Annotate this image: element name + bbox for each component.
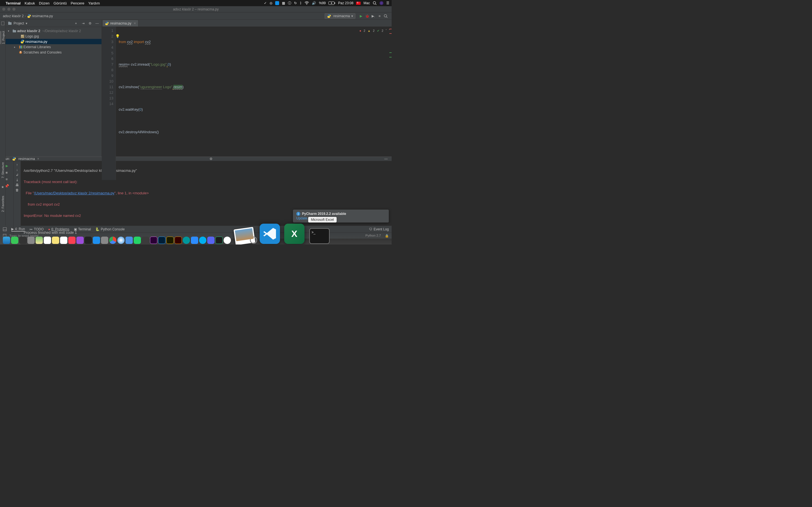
inspection-summary[interactable]: ●2 ▲2 ✔2 ˆˇ bbox=[359, 28, 390, 34]
bookmark-icon[interactable] bbox=[1, 21, 5, 25]
dock-preview-photo[interactable] bbox=[234, 227, 255, 244]
wifi-icon[interactable] bbox=[305, 1, 309, 5]
scroll-to-end-icon[interactable]: ⤓ bbox=[16, 178, 18, 182]
dock-intellij[interactable] bbox=[142, 237, 149, 244]
run-button[interactable]: ▶ bbox=[359, 14, 363, 18]
menu-pencere[interactable]: Pencere bbox=[71, 1, 84, 5]
timemachine-icon[interactable]: ↻ bbox=[294, 1, 297, 5]
chevron-right-icon[interactable]: ▸ bbox=[14, 46, 17, 48]
toolwindow-favorites[interactable]: 2: Favorites bbox=[1, 196, 4, 212]
run-tab-name[interactable]: resimacma bbox=[18, 157, 35, 161]
menu-duzen[interactable]: Düzen bbox=[39, 1, 50, 5]
dock-premiere[interactable] bbox=[150, 237, 157, 244]
dock-podcasts[interactable] bbox=[77, 237, 84, 244]
tree-file-logo[interactable]: Logo.jpg bbox=[6, 34, 101, 39]
chevron-down-icon[interactable]: ▾ bbox=[8, 30, 11, 33]
project-tree[interactable]: ▾ adsız klasör 2 ~/Desktop/adsız klasör … bbox=[6, 27, 101, 56]
breadcrumb-root[interactable]: adsız klasör 2 bbox=[3, 14, 24, 18]
volume-icon[interactable]: 🔊 bbox=[312, 1, 316, 5]
dock-messages[interactable] bbox=[11, 237, 18, 244]
input-source-flag-icon[interactable] bbox=[356, 2, 361, 5]
dock-safari[interactable] bbox=[117, 237, 124, 244]
intention-bulb-icon[interactable]: 💡 bbox=[115, 34, 120, 39]
dock-discord[interactable] bbox=[207, 237, 214, 244]
tree-root[interactable]: ▾ adsız klasör 2 ~/Desktop/adsız klasör … bbox=[6, 28, 101, 34]
close-run-tab-icon[interactable]: × bbox=[37, 157, 39, 161]
checkmark-icon[interactable]: ✓ bbox=[264, 1, 267, 5]
bottom-terminal-tab[interactable]: ▣ Terminal bbox=[74, 227, 91, 231]
error-stripe[interactable] bbox=[389, 27, 392, 157]
dock-systemprefs[interactable] bbox=[28, 237, 35, 244]
print-icon[interactable]: 🖶 bbox=[15, 183, 19, 187]
chevron-up-icon[interactable]: ˆ bbox=[386, 28, 387, 34]
editor-tab-resimacma[interactable]: resimacma.py × bbox=[102, 20, 139, 26]
clear-icon[interactable]: 🗑 bbox=[15, 188, 19, 192]
code-area[interactable]: 💡 from cv2 import cv2 resim= cv2.imread(… bbox=[116, 27, 392, 180]
tool-window-icon[interactable] bbox=[3, 227, 7, 231]
grid-icon[interactable]: ▦ bbox=[282, 1, 285, 5]
down-icon[interactable]: ↓ bbox=[16, 168, 18, 172]
star-icon[interactable]: ★ bbox=[1, 185, 4, 189]
adobe-cc-icon[interactable]: ◎ bbox=[269, 1, 272, 5]
search-everywhere-icon[interactable] bbox=[384, 14, 388, 18]
dock-skype[interactable] bbox=[199, 237, 206, 244]
bottom-problems-tab[interactable]: ● 6: Problems bbox=[48, 227, 69, 231]
dock-vscode[interactable] bbox=[260, 224, 280, 244]
breadcrumb-file[interactable]: resimacma.py bbox=[32, 14, 53, 18]
bottom-run-tab[interactable]: ▶ 4: Run bbox=[11, 227, 25, 231]
dock-excel[interactable] bbox=[284, 224, 305, 244]
menubar-app-name[interactable]: Terminal bbox=[6, 1, 20, 5]
menubar-user[interactable]: Mac bbox=[363, 1, 370, 5]
dock-bridge[interactable] bbox=[166, 237, 174, 244]
tree-scratches[interactable]: Scratches and Consoles bbox=[6, 50, 101, 55]
notification-center-icon[interactable]: ☰ bbox=[386, 1, 389, 5]
event-log[interactable]: 🗨 Event Log bbox=[369, 227, 389, 231]
update-notification[interactable]: iPyCharm 2019.2.2 available Update... bbox=[293, 210, 389, 223]
up-icon[interactable]: ↑ bbox=[16, 163, 18, 167]
soft-wrap-icon[interactable]: ↲ bbox=[16, 173, 18, 177]
dock-illustrator[interactable] bbox=[174, 237, 182, 244]
editor-body[interactable]: 1234567891011121314 💡 from cv2 import cv… bbox=[102, 27, 392, 180]
dock-terminal[interactable]: >_ bbox=[309, 228, 329, 244]
dock-activity[interactable] bbox=[19, 237, 27, 244]
run-configuration-selector[interactable]: resimacma ▾ bbox=[324, 13, 356, 19]
bottom-pyconsole-tab[interactable]: 🐍 Python Console bbox=[95, 227, 124, 231]
teamviewer-menubar-icon[interactable] bbox=[275, 1, 279, 5]
menu-goruntu[interactable]: Görüntü bbox=[54, 1, 67, 5]
debug-button[interactable]: 🐞 bbox=[365, 14, 369, 18]
dock-whatsapp[interactable] bbox=[134, 237, 141, 244]
menubar-clock[interactable]: Paz 23:08 bbox=[338, 1, 353, 5]
tree-external-libraries[interactable]: ▸ External Libraries bbox=[6, 44, 101, 50]
menu-yardim[interactable]: Yardım bbox=[88, 1, 100, 5]
dock-music[interactable] bbox=[68, 237, 75, 244]
dock-notes[interactable] bbox=[52, 237, 59, 244]
tree-file-resimacma[interactable]: resimacma.py bbox=[6, 39, 101, 44]
dock-arduino[interactable] bbox=[183, 237, 190, 244]
dock-maps[interactable] bbox=[36, 237, 43, 244]
dock-pycharm[interactable] bbox=[215, 237, 223, 244]
siri-icon[interactable] bbox=[379, 1, 384, 5]
expand-all-icon[interactable]: ⇥ bbox=[81, 21, 85, 25]
run-with-coverage-button[interactable]: ▶. bbox=[371, 14, 375, 18]
stop-button[interactable]: ■ bbox=[377, 14, 382, 18]
dock-teamviewer[interactable] bbox=[223, 237, 231, 244]
dock-calc[interactable] bbox=[125, 237, 133, 244]
project-title[interactable]: Project bbox=[13, 21, 24, 25]
dock-calendar[interactable] bbox=[44, 237, 51, 244]
dock-zoom[interactable] bbox=[191, 237, 198, 244]
dock-finder[interactable] bbox=[3, 237, 10, 244]
battery-icon[interactable] bbox=[328, 1, 335, 5]
dock-photoshop[interactable] bbox=[158, 237, 165, 244]
accessibility-icon[interactable]: ⓘ bbox=[288, 1, 291, 6]
bluetooth-icon[interactable]: ᛒ bbox=[300, 1, 302, 5]
gear-icon[interactable]: ⚙ bbox=[88, 21, 92, 25]
close-tab-icon[interactable]: × bbox=[134, 21, 136, 25]
menu-kabuk[interactable]: Kabuk bbox=[24, 1, 35, 5]
dropdown-icon[interactable]: ▾ bbox=[26, 21, 28, 25]
hide-icon[interactable]: — bbox=[95, 21, 99, 25]
traceback-file-link[interactable]: /Users/mac/Desktop/adsız klasör 2/resima… bbox=[34, 191, 114, 195]
bottom-todo-tab[interactable]: ≔ TODO bbox=[29, 227, 43, 231]
spotlight-icon[interactable] bbox=[373, 1, 377, 5]
dock-chrome[interactable] bbox=[109, 237, 116, 244]
dock-appstore[interactable] bbox=[93, 237, 100, 244]
